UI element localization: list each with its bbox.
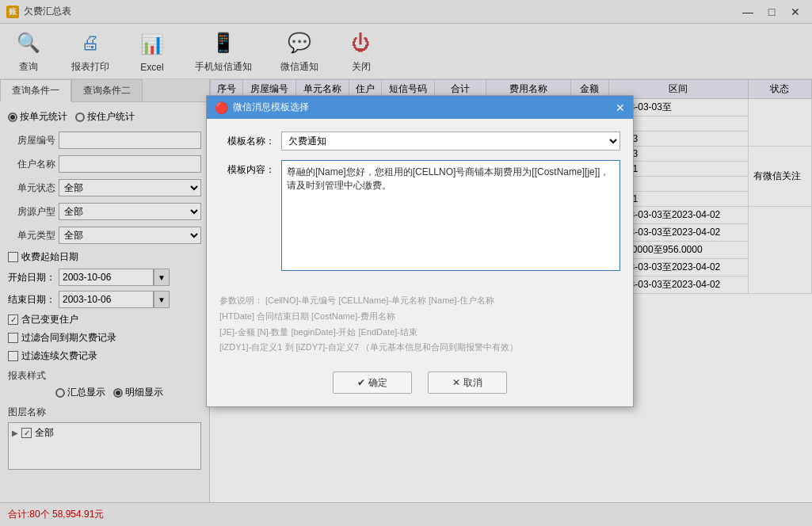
params-line3: [JE]-金额 [N]-数量 [beginDate]-开始 [EndDate]-… xyxy=(219,325,620,341)
template-name-label: 模板名称： xyxy=(219,135,275,148)
params-line1: 参数说明： [CellNO]-单元编号 [CELLName]-单元名称 [Nam… xyxy=(219,293,620,309)
confirm-button[interactable]: ✔ 确定 xyxy=(333,372,412,394)
dialog-body: 模板名称： 欠费通知 模板内容： 尊融的[Name]您好，您租用的[CELLNO… xyxy=(207,119,633,293)
cancel-icon: ✕ xyxy=(452,377,460,388)
template-content-textarea[interactable]: 尊融的[Name]您好，您租用的[CELLNO]号商铺本期费用为[[CostNa… xyxy=(281,160,620,271)
params-section: 参数说明： [CellNO]-单元编号 [CELLName]-单元名称 [Nam… xyxy=(207,293,633,364)
dialog-close-button[interactable]: ✕ xyxy=(616,101,625,114)
dialog-icon: 🔴 xyxy=(215,101,228,114)
template-content-label: 模板内容： xyxy=(219,163,275,177)
cancel-label: 取消 xyxy=(463,376,482,390)
params-line2: [HTDate] 合同结束日期 [CostName]-费用名称 xyxy=(219,309,620,325)
template-name-select[interactable]: 欠费通知 xyxy=(281,132,620,151)
params-line4: [iZDY1]-自定义1 到 [iZDY7]-自定义7 （单元基本信息和合同到期… xyxy=(219,340,620,356)
confirm-icon: ✔ xyxy=(357,377,365,388)
confirm-label: 确定 xyxy=(368,376,387,390)
template-content-row: 模板内容： 尊融的[Name]您好，您租用的[CELLNO]号商铺本期费用为[[… xyxy=(219,160,620,271)
wechat-dialog: 🔴 微信消息模板选择 ✕ 模板名称： 欠费通知 模板内容： 尊融的[Name]您… xyxy=(206,95,634,407)
dialog-overlay: 🔴 微信消息模板选择 ✕ 模板名称： 欠费通知 模板内容： 尊融的[Name]您… xyxy=(0,0,812,526)
dialog-footer: ✔ 确定 ✕ 取消 xyxy=(207,364,633,406)
dialog-title-bar: 🔴 微信消息模板选择 ✕ xyxy=(207,96,633,119)
dialog-title-text: 微信消息模板选择 xyxy=(233,101,611,114)
template-name-row: 模板名称： 欠费通知 xyxy=(219,132,620,151)
cancel-button[interactable]: ✕ 取消 xyxy=(428,372,507,394)
